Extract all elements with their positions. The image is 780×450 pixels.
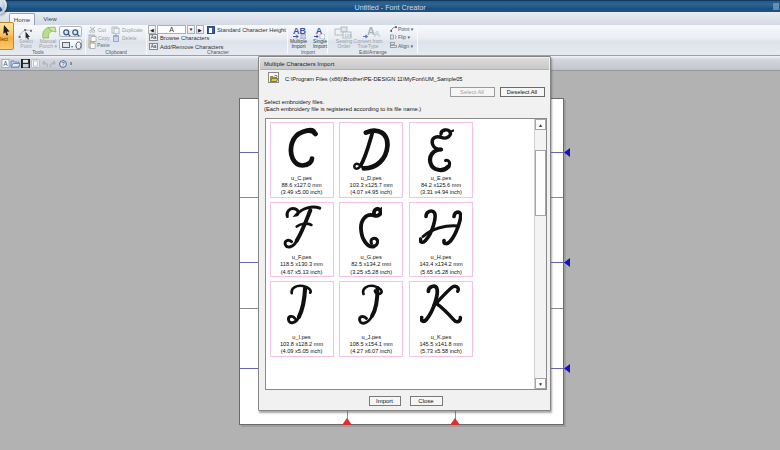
svg-text:?: ?	[62, 61, 65, 67]
svg-text:A: A	[3, 60, 8, 67]
